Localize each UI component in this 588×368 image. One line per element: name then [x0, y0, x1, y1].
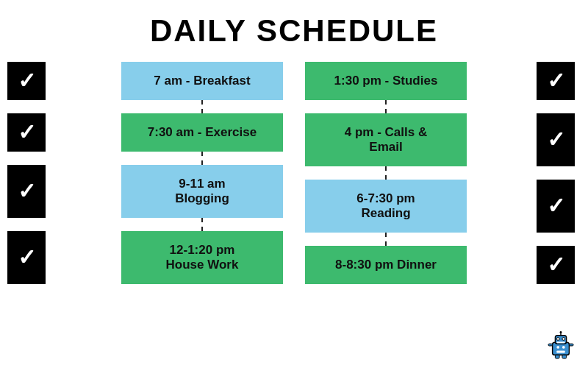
connector-v-r2: [385, 166, 387, 180]
connector-v-r1: [385, 100, 387, 113]
svg-rect-10: [548, 344, 553, 346]
check-1: ✓: [7, 62, 46, 100]
check-3: ✓: [7, 165, 46, 218]
check-r3: ✓: [537, 180, 575, 233]
right-check-column: ✓ ✓ ✓ ✓: [537, 62, 581, 284]
check-2: ✓: [7, 113, 46, 152]
check-r1: ✓: [537, 62, 575, 100]
svg-point-7: [556, 346, 559, 349]
left-schedule-col: 7 am - Breakfast 7:30 am - Exercise 9-11…: [121, 62, 283, 284]
schedule-item-reading: 6-7:30 pmReading: [305, 180, 467, 233]
connector-v-3: [201, 218, 203, 231]
check-4: ✓: [7, 231, 46, 284]
connector-v-2: [201, 152, 203, 165]
svg-rect-13: [562, 355, 567, 358]
svg-rect-11: [569, 344, 573, 346]
left-check-column: ✓ ✓ ✓ ✓: [7, 62, 51, 284]
schedule-item-calls: 4 pm - Calls &Email: [305, 113, 467, 166]
schedule-item-housework: 12-1:20 pmHouse Work: [121, 231, 283, 284]
svg-point-8: [562, 346, 565, 349]
check-r4: ✓: [537, 246, 575, 284]
svg-rect-9: [556, 351, 564, 353]
page-title: DAILY SCHEDULE: [150, 13, 438, 49]
connector-v-r3: [385, 233, 387, 246]
svg-point-3: [560, 331, 562, 333]
check-r2: ✓: [537, 113, 575, 166]
svg-point-5: [562, 338, 565, 341]
svg-point-4: [556, 338, 559, 341]
right-schedule-col: 1:30 pm - Studies 4 pm - Calls &Email 6-…: [305, 62, 467, 284]
schedule-item-studies: 1:30 pm - Studies: [305, 62, 467, 100]
connector-v-1: [201, 100, 203, 113]
svg-rect-6: [556, 342, 564, 343]
bottom-logo: [547, 331, 575, 359]
svg-rect-12: [555, 355, 559, 358]
schedule-item-exercise: 7:30 am - Exercise: [121, 113, 283, 152]
schedule-item-dinner: 8-8:30 pm Dinner: [305, 246, 467, 284]
schedule-item-breakfast: 7 am - Breakfast: [121, 62, 283, 100]
schedule-grid: 7 am - Breakfast 7:30 am - Exercise 9-11…: [110, 62, 478, 284]
schedule-item-blogging: 9-11 amBlogging: [121, 165, 283, 218]
